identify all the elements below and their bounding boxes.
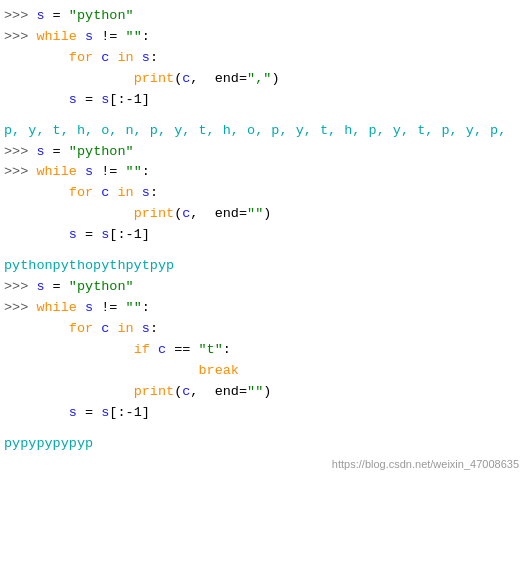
code-area: >>> s = "python" >>> while s != "": for … [0, 0, 527, 574]
code-line: >>> while s != "": [0, 162, 527, 183]
code-line: break [0, 361, 527, 382]
code-line: print(c, end="") [0, 204, 527, 225]
watermark: https://blog.csdn.net/weixin_47008635 [0, 454, 527, 473]
code-line: if c == "t": [0, 340, 527, 361]
code-line: s = s[:-1] [0, 90, 527, 111]
prompt: >>> [4, 27, 36, 48]
code-line: for c in s: [0, 183, 527, 204]
code-line: >>> s = "python" [0, 6, 527, 27]
code-line: >>> s = "python" [0, 142, 527, 163]
code-line: s = s[:-1] [0, 403, 527, 424]
code-line: >>> while s != "": [0, 298, 527, 319]
code-line: >>> s = "python" [0, 277, 527, 298]
code-line: for c in s: [0, 319, 527, 340]
code-line: print(c, end=",") [0, 69, 527, 90]
code-line: s = s[:-1] [0, 225, 527, 246]
blank-line [0, 111, 527, 121]
blank-line [0, 424, 527, 434]
output-line: pypypypypyp [0, 434, 527, 455]
output-line: p, y, t, h, o, n, p, y, t, h, o, p, y, t… [0, 121, 527, 142]
output-line: pythonpythopythpytpyp [0, 256, 527, 277]
prompt: >>> [4, 6, 36, 27]
code-line: print(c, end="") [0, 382, 527, 403]
code-line: for c in s: [0, 48, 527, 69]
blank-line [0, 246, 527, 256]
code-line: >>> while s != "": [0, 27, 527, 48]
